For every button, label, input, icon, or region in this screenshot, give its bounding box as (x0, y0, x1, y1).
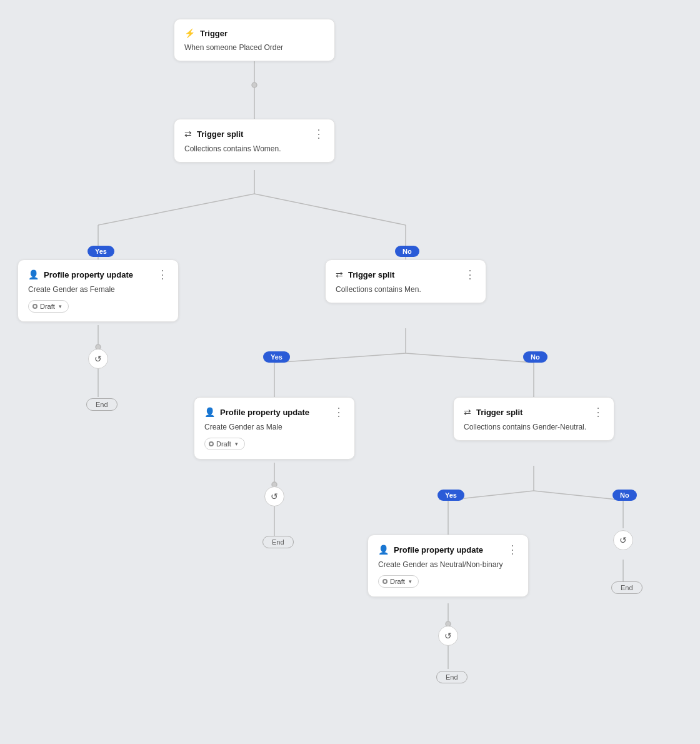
draft-dot-neutral (382, 579, 388, 584)
yes-badge-male: Yes (263, 351, 290, 363)
profile-male-subtitle: Create Gender as Male (204, 423, 344, 431)
trigger-split-2-subtitle: Collections contains Men. (336, 285, 476, 294)
trigger-split-3-subtitle: Collections contains Gender-Neutral. (464, 423, 604, 431)
split-icon-2: ⇄ (336, 269, 343, 279)
profile-female-subtitle: Create Gender as Female (28, 285, 168, 294)
person-icon-female: 👤 (28, 269, 39, 279)
svg-line-11 (274, 353, 406, 363)
trigger-card[interactable]: ⚡ Trigger When someone Placed Order (174, 19, 335, 61)
profile-female-draft-badge[interactable]: Draft ▾ (28, 300, 69, 313)
svg-line-13 (406, 353, 534, 363)
profile-female-menu[interactable]: ⋮ (157, 269, 168, 280)
profile-female-card[interactable]: 👤 Profile property update ⋮ Create Gende… (18, 259, 179, 322)
split-icon-3: ⇄ (464, 407, 471, 417)
trigger-split-2-menu[interactable]: ⋮ (464, 269, 476, 280)
loop-node-right: ↺ (613, 530, 633, 550)
profile-female-header: 👤 Profile property update ⋮ (28, 269, 168, 280)
chevron-male: ▾ (235, 441, 238, 447)
trigger-split-1-title: Trigger split (197, 129, 243, 139)
no-badge-right: No (612, 490, 637, 501)
draft-label-male: Draft (216, 440, 231, 448)
trigger-title: Trigger (200, 29, 228, 38)
chevron-female: ▾ (59, 303, 62, 309)
no-badge-split2: No (395, 246, 419, 257)
profile-male-card[interactable]: 👤 Profile property update ⋮ Create Gende… (194, 397, 355, 460)
chevron-neutral: ▾ (409, 578, 412, 585)
end-node-neutral: End (436, 671, 468, 683)
svg-line-21 (534, 491, 623, 500)
no-badge-split3: No (523, 351, 548, 363)
draft-dot-male (209, 441, 214, 446)
trigger-split-3-title: Trigger split (476, 408, 522, 417)
profile-male-header: 👤 Profile property update ⋮ (204, 406, 344, 418)
person-icon-neutral: 👤 (378, 545, 389, 555)
draft-dot-female (32, 304, 38, 309)
profile-female-title: Profile property update (44, 270, 133, 279)
loop-node-female: ↺ (88, 349, 108, 369)
draft-label-female: Draft (40, 303, 55, 310)
person-icon-male: 👤 (204, 407, 215, 417)
trigger-subtitle: When someone Placed Order (184, 43, 324, 52)
trigger-split-3-menu[interactable]: ⋮ (592, 406, 604, 418)
trigger-header: ⚡ Trigger (184, 28, 324, 38)
trigger-split-2-card[interactable]: ⇄ Trigger split ⋮ Collections contains M… (325, 259, 486, 303)
profile-neutral-header: 👤 Profile property update ⋮ (378, 544, 518, 555)
loop-node-neutral: ↺ (438, 626, 458, 646)
profile-neutral-card[interactable]: 👤 Profile property update ⋮ Create Gende… (368, 535, 529, 597)
trigger-split-2-header: ⇄ Trigger split ⋮ (336, 269, 476, 280)
end-node-male: End (262, 536, 294, 548)
draft-label-neutral: Draft (390, 578, 405, 585)
trigger-split-3-header: ⇄ Trigger split ⋮ (464, 406, 604, 418)
trigger-icon: ⚡ (184, 28, 195, 38)
end-node-right: End (611, 581, 642, 594)
yes-badge-neutral: Yes (438, 490, 464, 501)
trigger-split-1-subtitle: Collections contains Women. (184, 144, 324, 153)
profile-male-menu[interactable]: ⋮ (333, 406, 344, 418)
trigger-split-1-menu[interactable]: ⋮ (313, 128, 324, 139)
profile-male-draft-badge[interactable]: Draft ▾ (204, 438, 245, 450)
profile-male-title: Profile property update (220, 408, 309, 417)
profile-neutral-menu[interactable]: ⋮ (507, 544, 518, 555)
yes-badge-female: Yes (88, 246, 114, 257)
trigger-split-1-card[interactable]: ⇄ Trigger split ⋮ Collections contains W… (174, 119, 335, 163)
svg-line-5 (254, 194, 406, 225)
profile-neutral-subtitle: Create Gender as Neutral/Non-binary (378, 560, 518, 569)
trigger-split-1-header: ⇄ Trigger split ⋮ (184, 128, 324, 139)
connector-lines (0, 0, 700, 744)
trigger-split-2-title: Trigger split (348, 270, 394, 279)
loop-node-male: ↺ (264, 486, 284, 506)
workflow-canvas: ⚡ Trigger When someone Placed Order ⇄ Tr… (0, 0, 700, 744)
end-node-female: End (86, 398, 118, 411)
profile-neutral-draft-badge[interactable]: Draft ▾ (378, 575, 419, 588)
svg-point-1 (252, 83, 257, 88)
svg-line-3 (98, 194, 254, 225)
split-icon-1: ⇄ (184, 129, 192, 139)
trigger-split-3-card[interactable]: ⇄ Trigger split ⋮ Collections contains G… (453, 397, 614, 441)
profile-neutral-title: Profile property update (394, 545, 483, 555)
